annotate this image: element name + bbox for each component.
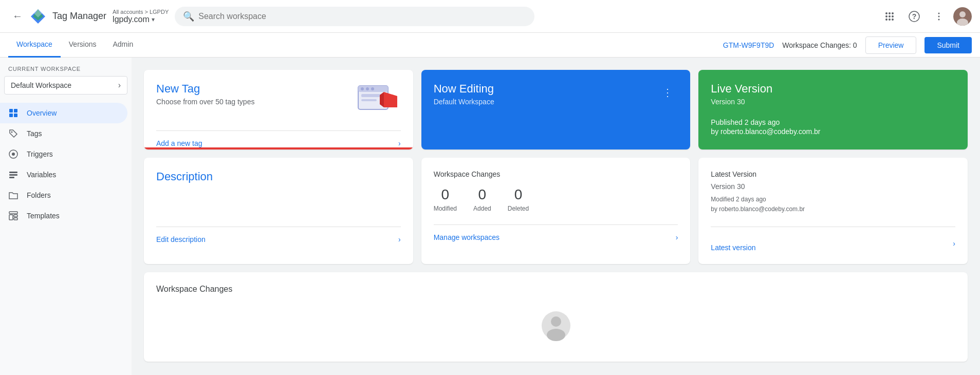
sidebar-label-overview: Overview [27, 109, 57, 117]
svg-rect-29 [9, 177, 14, 178]
sidebar-item-overview[interactable]: Overview [0, 103, 127, 123]
now-editing-title: Now Editing [434, 82, 494, 96]
sub-nav: Workspace Versions Admin GTM-W9F9T9D Wor… [0, 33, 980, 58]
preview-button[interactable]: Preview [865, 36, 917, 54]
add-new-tag-chevron-icon: › [398, 139, 401, 147]
sidebar-item-variables[interactable]: Variables [0, 164, 127, 185]
live-version-card: Live Version Version 30 Published 2 days… [698, 70, 968, 149]
gtm-id-label[interactable]: GTM-W9F9T9D [723, 41, 774, 49]
latest-version-link-label: Latest version [711, 243, 755, 252]
latest-version-card: Latest Version Version 30 Modified 2 day… [698, 158, 968, 264]
variables-icon [8, 170, 19, 180]
sidebar-item-templates[interactable]: Templates [0, 205, 127, 226]
folders-icon [8, 190, 19, 200]
deleted-count: 0 [508, 186, 529, 203]
sidebar-item-tags[interactable]: Tags [0, 123, 127, 144]
latest-version-heading: Latest Version [711, 170, 955, 178]
changes-stats: 0 Modified 0 Added 0 Deleted [434, 186, 678, 212]
svg-rect-28 [9, 174, 17, 176]
svg-rect-32 [14, 215, 17, 217]
manage-workspaces-chevron-icon: › [676, 233, 678, 241]
svg-point-5 [892, 12, 894, 14]
svg-rect-31 [9, 215, 13, 220]
svg-rect-27 [9, 172, 17, 173]
description-card: Description Edit description › [144, 158, 413, 264]
search-bar[interactable]: 🔍 [175, 7, 534, 26]
svg-point-3 [885, 12, 887, 14]
help-icon-button[interactable]: ? [904, 6, 924, 27]
account-domain-selector[interactable]: lgpdy.com ▾ [113, 15, 169, 24]
svg-point-45 [547, 329, 565, 341]
more-options-icon-button[interactable] [929, 6, 949, 27]
submit-button[interactable]: Submit [924, 37, 972, 53]
added-label: Added [473, 205, 491, 212]
edit-description-label: Edit description [156, 235, 206, 243]
live-version-subtitle: Version 30 [711, 98, 955, 106]
svg-point-14 [938, 12, 940, 14]
workspace-changes-mini-card: Workspace Changes 0 Modified 0 Added 0 D… [421, 158, 691, 264]
svg-point-44 [551, 316, 561, 327]
sidebar: CURRENT WORKSPACE Default Workspace › Ov… [0, 58, 132, 375]
sidebar-label-templates: Templates [27, 212, 60, 220]
logo-icon [29, 7, 47, 26]
svg-text:?: ? [912, 12, 917, 21]
user-avatar[interactable] [953, 7, 972, 26]
sidebar-nav: Overview Tags Triggers [0, 103, 132, 226]
tab-admin[interactable]: Admin [104, 33, 141, 58]
modified-count: 0 [434, 186, 457, 203]
now-editing-more-button[interactable]: ⋮ [657, 82, 678, 103]
modified-label: Modified [434, 205, 457, 212]
main-content: New Tag Choose from over 50 tag types [132, 58, 980, 375]
new-tag-card: New Tag Choose from over 50 tag types [144, 70, 413, 149]
svg-point-36 [361, 87, 364, 90]
back-button[interactable]: ← [8, 6, 27, 26]
current-workspace-label: CURRENT WORKSPACE [0, 66, 132, 76]
tab-versions[interactable]: Versions [61, 33, 105, 58]
second-cards-row: Description Edit description › Workspace… [144, 158, 968, 264]
manage-workspaces-label: Manage workspaces [434, 233, 500, 241]
svg-rect-22 [9, 114, 13, 117]
main-layout: CURRENT WORKSPACE Default Workspace › Ov… [0, 58, 980, 375]
sub-nav-tabs: Workspace Versions Admin [8, 33, 723, 58]
account-info: All accounts > LGPDY lgpdy.com ▾ [113, 9, 169, 24]
svg-point-7 [889, 15, 891, 17]
svg-point-37 [366, 87, 369, 90]
tab-workspace[interactable]: Workspace [8, 33, 61, 58]
sidebar-label-folders: Folders [27, 191, 51, 199]
svg-point-15 [938, 15, 940, 17]
modified-stat: 0 Modified [434, 186, 457, 212]
svg-rect-23 [14, 114, 17, 117]
svg-point-26 [12, 153, 15, 156]
workspace-changes-section: Workspace Changes [144, 272, 968, 362]
sidebar-label-variables: Variables [27, 171, 56, 179]
add-new-tag-link[interactable]: Add a new tag › [156, 130, 401, 147]
templates-icon [8, 211, 19, 221]
latest-version-link[interactable]: Latest version › [711, 227, 955, 252]
top-nav: ← Tag Manager All accounts > LGPDY lgpdy… [0, 0, 980, 33]
now-editing-subtitle: Default Workspace [434, 98, 494, 106]
edit-description-link[interactable]: Edit description › [156, 227, 401, 243]
svg-point-8 [892, 15, 894, 17]
search-icon: 🔍 [183, 11, 194, 22]
workspace-changes-bottom-heading: Workspace Changes [156, 285, 955, 294]
live-version-title: Live Version [711, 82, 955, 96]
svg-point-24 [11, 132, 13, 133]
latest-version-number: Version 30 [711, 182, 955, 191]
svg-marker-41 [384, 92, 397, 107]
manage-workspaces-link[interactable]: Manage workspaces › [434, 224, 678, 241]
sidebar-item-folders[interactable]: Folders [0, 185, 127, 205]
grid-icon-button[interactable] [879, 6, 900, 27]
search-input[interactable] [198, 12, 526, 21]
sub-nav-actions: GTM-W9F9T9D Workspace Changes: 0 Preview… [723, 36, 972, 54]
sidebar-label-tags: Tags [27, 129, 42, 138]
now-editing-header: Now Editing Default Workspace ⋮ [434, 82, 678, 106]
sidebar-item-triggers[interactable]: Triggers [0, 144, 127, 164]
svg-rect-39 [361, 94, 382, 97]
workspace-selector[interactable]: Default Workspace › [4, 76, 127, 95]
svg-rect-40 [361, 99, 377, 101]
deleted-label: Deleted [508, 205, 529, 212]
latest-version-chevron-icon: › [953, 239, 955, 248]
logo-area: Tag Manager [29, 7, 106, 26]
add-new-tag-label: Add a new tag [156, 139, 202, 147]
workspace-changes-count: Workspace Changes: 0 [782, 41, 857, 49]
